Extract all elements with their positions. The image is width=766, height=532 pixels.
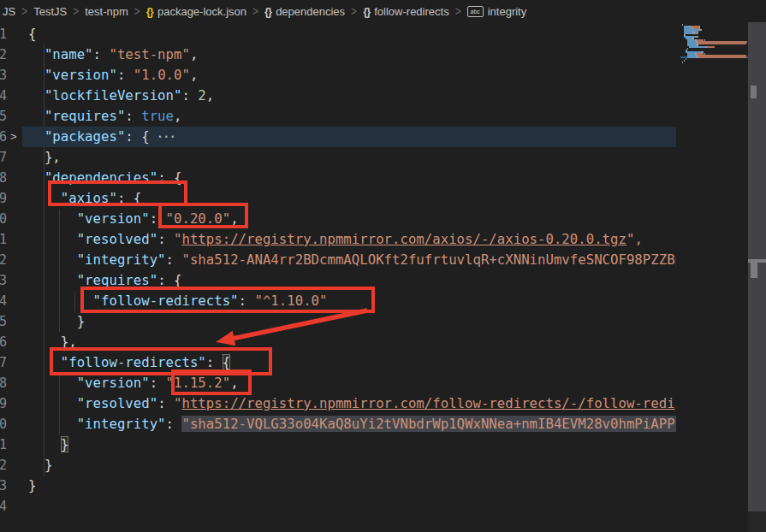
code-line-19[interactable]: 19 "resolved": "https://registry.npmmirr… xyxy=(0,393,676,414)
code-line-18[interactable]: 18 "version": "1.15.2", xyxy=(0,373,676,393)
breadcrumb-item-dependencies[interactable]: {}dependencies xyxy=(264,5,345,18)
code-line-5[interactable]: 5 "requires": true, xyxy=(0,106,676,127)
vertical-scrollbar[interactable] xyxy=(748,22,766,511)
code-line-7[interactable]: 7 }, xyxy=(0,147,676,168)
token: } xyxy=(61,436,68,452)
url-string: https://registry.npmmirror.com/follow-re… xyxy=(181,395,674,411)
token: : xyxy=(125,128,141,145)
symbol-object-icon: {} xyxy=(264,5,271,18)
line-number: 17 xyxy=(0,352,7,373)
breadcrumb-label: dependencies xyxy=(276,5,345,18)
token: }, xyxy=(45,149,61,165)
code-line-17[interactable]: 17 "follow-redirects": { xyxy=(0,352,676,373)
token xyxy=(28,293,93,309)
code-line-10[interactable]: 10 "version": "0.20.0", xyxy=(0,209,676,229)
line-number: 13 xyxy=(0,270,7,291)
line-number: 23 xyxy=(0,476,7,496)
code-line-3[interactable]: 3 "version": "1.0.0", xyxy=(0,65,676,86)
token: : xyxy=(157,395,174,411)
token: { xyxy=(174,169,181,186)
json-key: "axios" xyxy=(61,190,117,206)
token: "0.20.0" xyxy=(166,210,231,227)
fold-chevron-icon[interactable]: > xyxy=(10,127,17,147)
token: , xyxy=(190,67,198,83)
token: } xyxy=(28,477,36,494)
scrollbar-corner xyxy=(748,511,766,532)
breadcrumb-separator: > xyxy=(252,3,258,19)
json-file-icon: {} xyxy=(146,5,153,18)
token: : xyxy=(150,210,166,227)
token: { xyxy=(223,354,230,370)
token: , xyxy=(174,108,181,124)
token: : xyxy=(117,67,134,83)
token: : xyxy=(166,251,182,268)
token xyxy=(28,190,61,206)
token: : xyxy=(157,169,174,186)
token: } xyxy=(77,313,85,329)
token: : xyxy=(157,272,174,288)
code-line-9[interactable]: 9 "axios": { xyxy=(0,188,676,209)
code-line-20[interactable]: 20 "integrity": "sha512-VQLG33o04KaQ8uYi… xyxy=(0,414,676,434)
line-number: 21 xyxy=(0,434,7,455)
line-number: 7 xyxy=(0,147,7,168)
token: "test-npm" xyxy=(109,46,189,62)
breadcrumb-item-integrity[interactable]: abcintegrity xyxy=(467,5,527,18)
code-line-6[interactable]: 6> "packages": { ··· xyxy=(0,127,676,147)
code-line-2[interactable]: 2 "name": "test-npm", xyxy=(0,44,676,65)
json-key: "version" xyxy=(77,210,150,227)
line-number: 2 xyxy=(0,44,7,65)
token xyxy=(28,87,45,103)
token: , xyxy=(190,46,198,62)
token: { xyxy=(174,272,181,288)
code-line-8[interactable]: 8 "dependencies": { xyxy=(0,168,676,188)
breadcrumb-item-test-npm[interactable]: test-npm xyxy=(85,5,128,18)
token: true xyxy=(141,108,174,124)
json-key: "resolved" xyxy=(77,395,157,411)
code-line-16[interactable]: 16 }, xyxy=(0,332,676,352)
line-number: 5 xyxy=(0,106,7,127)
code-line-11[interactable]: 11 "resolved": "https://registry.npmmirr… xyxy=(0,229,676,250)
token: "1.0.0" xyxy=(134,67,190,83)
token: : xyxy=(150,375,166,391)
scrollbar-decoration xyxy=(751,86,757,98)
line-number: 18 xyxy=(0,373,7,393)
code-editor[interactable]: 1{2 "name": "test-npm",3 "version": "1.0… xyxy=(0,22,676,532)
breadcrumb-item-follow-redirects[interactable]: {}follow-redirects xyxy=(363,5,449,18)
code-line-14[interactable]: 14 "follow-redirects": "^1.10.0" xyxy=(0,291,676,311)
code-line-23[interactable]: 23} xyxy=(0,476,676,496)
token: "^1.10.0" xyxy=(254,293,327,309)
json-key: "lockfileVersion" xyxy=(45,87,182,103)
token: } xyxy=(45,457,52,473)
line-number: 4 xyxy=(0,86,7,106)
breadcrumb-item-testjs[interactable]: TestJS xyxy=(33,5,67,18)
breadcrumb-separator: > xyxy=(73,3,79,19)
minimap-line xyxy=(680,63,748,65)
line-number: 1 xyxy=(0,24,7,44)
code-line-4[interactable]: 4 "lockfileVersion": 2, xyxy=(0,86,676,106)
url-string: https://registry.npmmirror.com/axios/-/a… xyxy=(181,231,626,247)
code-line-21[interactable]: 21 } xyxy=(0,434,676,455)
token: { xyxy=(134,190,141,206)
code-line-15[interactable]: 15 } xyxy=(0,311,676,332)
token xyxy=(28,210,77,227)
json-key: "requires" xyxy=(45,108,125,124)
code-line-22[interactable]: 22 } xyxy=(0,455,676,476)
token: ··· xyxy=(150,128,175,145)
line-number: 3 xyxy=(0,65,7,86)
line-number: 15 xyxy=(0,311,7,332)
token: : xyxy=(166,416,182,432)
breadcrumb-item-package-lock-json[interactable]: {}package-lock.json xyxy=(146,5,246,18)
code-line-1[interactable]: 1{ xyxy=(0,24,676,44)
breadcrumb-label: test-npm xyxy=(85,5,128,18)
code-line-24[interactable]: 24 xyxy=(0,496,676,517)
token: "sha512-ANA4rr2BDcmmAQLOKft2fufrtuvlqR+c… xyxy=(181,251,676,268)
token xyxy=(28,108,45,124)
breadcrumb-separator: > xyxy=(351,3,357,19)
line-number: 9 xyxy=(0,188,7,209)
code-line-12[interactable]: 12 "integrity": "sha512-ANA4rr2BDcmmAQLO… xyxy=(0,250,676,270)
breadcrumb-item-js[interactable]: JS xyxy=(3,5,15,18)
breadcrumb-label: JS xyxy=(3,5,15,18)
symbol-string-icon: abc xyxy=(467,6,484,17)
code-line-13[interactable]: 13 "requires": { xyxy=(0,270,676,291)
minimap[interactable] xyxy=(680,22,748,532)
